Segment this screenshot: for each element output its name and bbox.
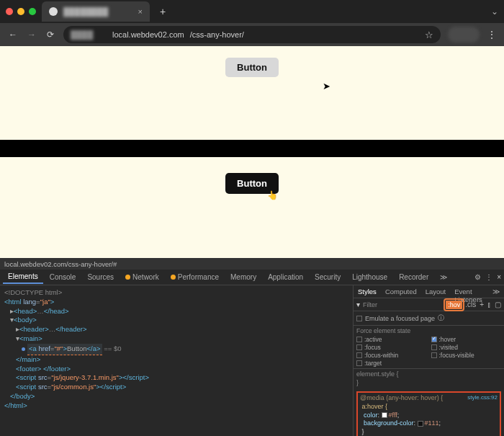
tab-application[interactable]: Application [263, 271, 308, 283]
dom-line[interactable]: ▾<body> [4, 316, 348, 325]
emulate-focus-row[interactable]: Emulate a focused page ⓘ [354, 311, 504, 326]
force-state-title: Force element state [356, 327, 501, 334]
box-icon[interactable]: ▢ [495, 301, 501, 308]
page-viewport-2: Button 👆 [0, 157, 504, 258]
tab-lighthouse[interactable]: Lighthouse [347, 271, 392, 283]
page-viewport-1: Button ➤ [0, 46, 504, 140]
dom-line[interactable]: ▸<header>…</header> [4, 325, 348, 334]
tab-elements[interactable]: Elements [3, 270, 43, 284]
tab-security[interactable]: Security [310, 271, 346, 283]
warn-icon [171, 275, 176, 280]
devtools-tabs: Elements Console Sources Network Perform… [0, 270, 504, 285]
url-prefix: ████ [71, 30, 107, 39]
state-focus-visible[interactable]: :focus-visible [431, 352, 502, 359]
warn-icon [125, 275, 130, 280]
profile-button[interactable] [448, 27, 480, 43]
dom-line-selected[interactable]: <a href="#">Button</a> == $0 [4, 344, 348, 355]
url-host: local.webdev02.com [112, 30, 184, 39]
dom-line: <script src="js/common.js"></script> [4, 383, 348, 392]
dom-line: </html> [4, 401, 348, 411]
styles-tab-layout[interactable]: Layout [421, 285, 451, 298]
close-dot[interactable] [6, 8, 13, 15]
devtools-menu-icon[interactable]: ⋮ [485, 273, 492, 281]
bookmark-icon[interactable]: ☆ [425, 30, 433, 40]
max-dot[interactable] [29, 8, 36, 15]
browser-menu-icon[interactable]: ⋮ [487, 29, 497, 40]
dom-line: </main> [4, 355, 348, 365]
checkbox[interactable] [356, 316, 362, 321]
tab-close-icon[interactable]: × [138, 7, 143, 16]
state-hover[interactable]: :hover [431, 336, 502, 343]
help-icon[interactable]: ⓘ [438, 313, 444, 323]
cls-toggle[interactable]: .cls [465, 301, 476, 308]
favicon-icon [49, 7, 58, 16]
filter-input[interactable]: Filter [363, 301, 443, 308]
tab-bar: ████████ × + ⌄ [0, 0, 504, 23]
styles-filter-row: ▾ Filter :hov .cls + ⫿ ▢ [354, 298, 504, 311]
page-divider [0, 140, 504, 157]
dom-line[interactable]: ▸<head>…</head> [4, 307, 348, 316]
styles-tab-events[interactable]: Event Listeners [450, 285, 488, 298]
hov-toggle[interactable]: :hov [446, 301, 462, 309]
state-visited[interactable]: :visited [431, 344, 502, 351]
devtools-url: local.webdev02.com/css-any-hover/# [0, 258, 504, 270]
tab-recorder[interactable]: Recorder [394, 271, 433, 283]
dom-line: <!DOCTYPE html> [4, 288, 348, 298]
cursor-arrow-icon: ➤ [323, 81, 330, 92]
new-rule-button[interactable]: + [480, 301, 484, 308]
state-focus[interactable]: :focus [356, 344, 427, 351]
styles-tab-styles[interactable]: Styles [354, 285, 381, 298]
gear-icon[interactable]: ⚙ [474, 273, 481, 281]
rule-element-style[interactable]: element.style { } [354, 369, 504, 388]
tab-memory[interactable]: Memory [225, 271, 261, 283]
dom-line: <footer> </footer> [4, 365, 348, 374]
pin-icon[interactable]: ⫿ [487, 301, 491, 308]
forward-button[interactable]: → [26, 29, 37, 40]
back-button[interactable]: ← [7, 29, 19, 40]
dom-line[interactable]: ▾<main> [4, 334, 348, 344]
chevron-down-icon[interactable]: ⌄ [491, 6, 498, 17]
force-state-section: Force element state :active :hover :focu… [354, 326, 504, 369]
browser-tab[interactable]: ████████ × [42, 1, 150, 22]
new-tab-button[interactable]: + [156, 6, 170, 17]
state-focus-within[interactable]: :focus-within [356, 352, 427, 359]
styles-tab-more[interactable]: ≫ [488, 285, 504, 298]
devtools-close-icon[interactable]: × [497, 273, 501, 281]
reload-button[interactable]: ⟳ [45, 29, 56, 40]
address-bar: ← → ⟳ ████ local.webdev02.com/css-any-ho… [0, 23, 504, 46]
source-link[interactable]: style.css:92 [467, 394, 498, 401]
tab-console[interactable]: Console [45, 271, 81, 283]
elements-panel[interactable]: <!DOCTYPE html> <html lang="ja"> ▸<head>… [0, 285, 353, 436]
window-controls [6, 8, 36, 15]
filter-icon[interactable]: ▾ [356, 301, 360, 308]
state-active[interactable]: :active [356, 336, 427, 343]
demo-button-light[interactable]: Button [225, 58, 279, 77]
url-path: /css-any-hover/ [190, 30, 244, 39]
url-input[interactable]: ████ local.webdev02.com/css-any-hover/ ☆ [63, 26, 441, 43]
dom-line: <script src="js/jquery-3.7.1.min.js"></s… [4, 373, 348, 383]
tab-network[interactable]: Network [120, 271, 164, 283]
tab-performance[interactable]: Performance [166, 271, 224, 283]
dom-line: <html lang="ja"> [4, 298, 348, 307]
styles-panel: Styles Computed Layout Event Listeners ≫… [353, 285, 504, 436]
devtools-more[interactable]: ≫ [435, 271, 452, 283]
state-target[interactable]: :target [356, 360, 427, 367]
devtools: local.webdev02.com/css-any-hover/# Eleme… [0, 258, 504, 436]
min-dot[interactable] [17, 8, 24, 15]
cursor-pointer-icon: 👆 [267, 190, 278, 200]
styles-tabs: Styles Computed Layout Event Listeners ≫ [354, 285, 504, 298]
styles-tab-computed[interactable]: Computed [381, 285, 421, 298]
dom-line: </body> [4, 392, 348, 401]
tab-title: ████████ [63, 7, 108, 16]
tab-sources[interactable]: Sources [82, 271, 119, 283]
rule-hover[interactable]: style.css:92 @media (any-hover: hover) {… [354, 388, 504, 436]
